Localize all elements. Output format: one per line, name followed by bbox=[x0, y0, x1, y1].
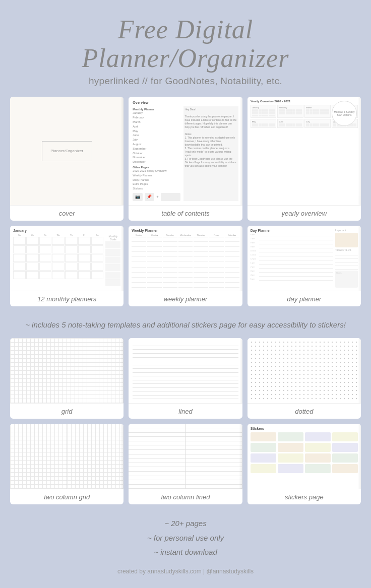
grid-preview bbox=[10, 338, 123, 404]
two-col-lined-right bbox=[185, 424, 242, 489]
sticker-item bbox=[305, 453, 331, 463]
day-title: Day Planner bbox=[251, 229, 333, 232]
toc-card: Overview Monthly Planner January Februar… bbox=[129, 97, 242, 221]
month-mini: July bbox=[304, 119, 331, 128]
row4-grid: two column grid two column lined Sticker… bbox=[10, 424, 361, 504]
cover-card: Planner/Organizer cover bbox=[10, 97, 123, 221]
dotted-preview bbox=[248, 338, 361, 404]
stickers-label: stickers page bbox=[248, 489, 361, 504]
toc-preview: Overview Monthly Planner January Februar… bbox=[129, 97, 242, 206]
two-col-lined-preview bbox=[129, 424, 242, 489]
row1-grid: Planner/Organizer cover Overview Monthly… bbox=[10, 97, 361, 221]
instagram-icon: 📷 bbox=[133, 193, 142, 201]
yearly-preview: Monday & Sunday Start Options Yearly Ove… bbox=[248, 97, 361, 206]
toc-item: Daily Planner bbox=[133, 178, 180, 182]
toc-item: July bbox=[133, 138, 180, 142]
toc-item: September bbox=[133, 147, 180, 151]
month-mini: June bbox=[277, 119, 303, 128]
toc-icons: 📷 📌 + bbox=[133, 193, 180, 201]
weekly-col-monday: Monday bbox=[147, 234, 162, 288]
two-col-grid-preview bbox=[10, 424, 123, 489]
sticker-item bbox=[332, 453, 358, 463]
sticker-item bbox=[251, 443, 276, 452]
info-text: ~ includes 5 note-taking templates and a… bbox=[25, 318, 346, 332]
sticker-item bbox=[305, 443, 331, 452]
main-title-line1: Free Digital Planner/Organizer bbox=[82, 15, 289, 73]
monthly-sidebar: Monthly Goals bbox=[105, 234, 120, 286]
monthly-body bbox=[13, 237, 103, 279]
toc-col: Monthly Planner January February March A… bbox=[133, 106, 238, 201]
sticker-item bbox=[278, 464, 303, 473]
day-left-panel: Day Planner 6 am 7 am 8 am 9 am 10 am 11… bbox=[251, 229, 333, 288]
toc-title: Overview bbox=[133, 101, 238, 104]
bottom-info-line3: ~ instant download bbox=[147, 545, 224, 560]
toc-item: April bbox=[133, 124, 180, 129]
weekly-label: weekly planner bbox=[129, 291, 242, 306]
toc-item: Extra Pages bbox=[133, 182, 180, 186]
month-mini: January bbox=[251, 105, 277, 118]
sticker-item bbox=[305, 432, 331, 441]
day-goals-box: Goals bbox=[335, 271, 358, 288]
toc-item: June bbox=[133, 133, 180, 138]
sticker-item bbox=[332, 432, 358, 441]
monthly-main: Su Mo Tu We Th Fr Sa bbox=[13, 234, 103, 286]
lined-half-right bbox=[186, 424, 242, 489]
weekly-col-wednesday: Wednesday bbox=[178, 234, 193, 288]
sticker-item bbox=[332, 443, 358, 452]
toc-item: October bbox=[133, 151, 180, 156]
day-important-label: Important bbox=[335, 229, 358, 232]
weekly-grid: Sunday Monday Tuesday bbox=[132, 234, 239, 288]
toc-left: Monthly Planner January February March A… bbox=[133, 106, 180, 201]
two-col-grid-label: two column grid bbox=[10, 489, 123, 504]
footer: created by annastudyskills.com | @annast… bbox=[117, 568, 254, 575]
weekly-preview: Weekly Planner Sunday Monday Tuesday bbox=[129, 226, 242, 291]
toc-item: Stickers bbox=[133, 186, 180, 191]
sticker-item bbox=[332, 464, 358, 473]
lined-label: lined bbox=[129, 404, 242, 419]
weekly-col-friday: Friday bbox=[209, 234, 224, 288]
stickers-grid bbox=[251, 432, 358, 473]
day-label: day planner bbox=[248, 291, 361, 306]
page-header: Free Digital Planner/Organizer hyperlink… bbox=[82, 15, 289, 87]
bottom-info: ~ 20+ pages ~ for personal use only ~ in… bbox=[147, 516, 224, 560]
monthly-title: January bbox=[13, 229, 120, 232]
sticker-item bbox=[251, 464, 276, 473]
grid-pattern bbox=[10, 338, 123, 403]
weekly-card: Weekly Planner Sunday Monday Tuesday bbox=[129, 226, 242, 306]
subtitle: hyperlinked // for GoodNotes, Notability… bbox=[82, 76, 289, 87]
grid-card: grid bbox=[10, 338, 123, 419]
monthly-sidebar-title: Monthly Goals bbox=[105, 235, 120, 241]
month-mini: May bbox=[251, 119, 277, 128]
yearly-card: Monday & Sunday Start Options Yearly Ove… bbox=[248, 97, 361, 221]
weekly-col-tuesday: Tuesday bbox=[163, 234, 177, 288]
grid-half-right bbox=[67, 424, 123, 489]
month-mini: February bbox=[277, 105, 303, 118]
grid-half-left bbox=[10, 424, 67, 489]
monthly-label: 12 monthly planners bbox=[10, 291, 123, 306]
monthly-card: January Su Mo Tu We Th Fr Sa bbox=[10, 226, 123, 306]
bottom-info-line2: ~ for personal use only bbox=[147, 531, 224, 546]
sticker-item bbox=[251, 453, 276, 463]
sticker-item bbox=[278, 432, 303, 441]
two-col-lined-card: two column lined bbox=[129, 424, 242, 504]
toc-label: table of contents bbox=[129, 206, 242, 221]
toc-plus: + bbox=[156, 193, 159, 201]
row3-grid: grid lined dotted bbox=[10, 338, 361, 419]
weekly-col-sunday: Sunday bbox=[132, 234, 146, 288]
two-col-grid-card: two column grid bbox=[10, 424, 123, 504]
toc-item: December bbox=[133, 160, 180, 164]
cover-label: cover bbox=[10, 206, 123, 221]
sticker-item bbox=[251, 432, 276, 441]
sticker-item bbox=[278, 453, 303, 463]
monthly-cal: Su Mo Tu We Th Fr Sa bbox=[13, 234, 120, 286]
two-col-lined-left bbox=[129, 424, 185, 489]
toc-item: February bbox=[133, 115, 180, 120]
row2-grid: January Su Mo Tu We Th Fr Sa bbox=[10, 226, 361, 306]
cover-box: Planner/Organizer bbox=[42, 141, 92, 161]
day-important-box bbox=[335, 233, 358, 248]
month-mini: March bbox=[304, 105, 331, 118]
cover-preview: Planner/Organizer bbox=[10, 97, 123, 206]
stickers-title: Stickers bbox=[251, 427, 358, 430]
two-col-lined-label: two column lined bbox=[129, 489, 242, 504]
toc-item: 2020-2021 Yearly Overview bbox=[133, 169, 180, 173]
